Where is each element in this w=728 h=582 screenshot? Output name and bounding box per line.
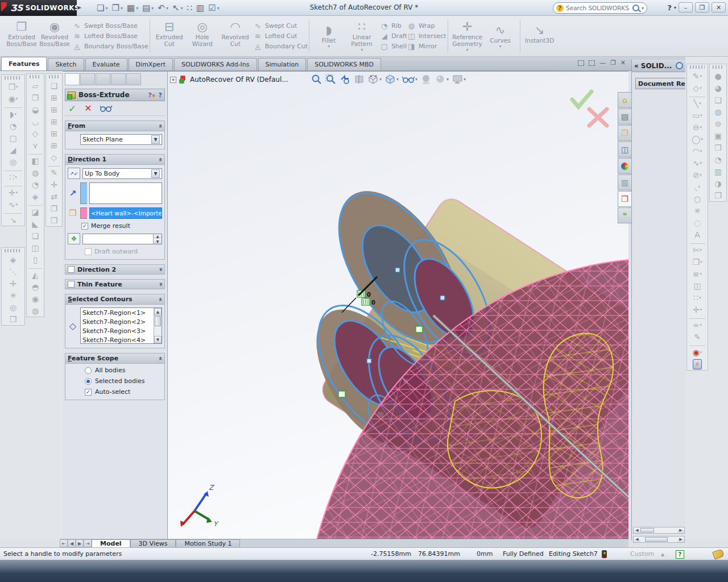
contours-listbox[interactable]: Sketch7-Region<1>Sketch7-Region<2>Sketch… <box>80 307 162 344</box>
right_toolbars.sketch.23.name[interactable]: ∞ <box>687 319 708 331</box>
left_toolbars.b.11.name[interactable] <box>27 202 44 206</box>
left_toolbars.a1.2.name[interactable] <box>2 105 24 108</box>
quick-tips-icon[interactable]: ? <box>676 550 684 559</box>
right_toolbars.sketch.8.name[interactable]: ∿ <box>687 157 708 169</box>
minimize-button[interactable]: – <box>679 2 693 13</box>
tab-item[interactable]: SOLIDWORKS MBD <box>307 58 381 70</box>
draft-button[interactable]: ❖ <box>68 233 80 244</box>
view-orientation-icon[interactable]: ▾ <box>368 74 382 85</box>
left_toolbars.b.20.name[interactable]: ◉ <box>27 293 44 305</box>
right_toolbars.render.4.name[interactable]: ⊜ <box>710 118 726 130</box>
help-caret-icon[interactable]: ▾ <box>674 5 676 10</box>
contour-list-item[interactable]: Sketch7-Region<2> <box>81 317 154 326</box>
whats-wrong-icon[interactable]: ?✱ <box>148 92 156 99</box>
display-style-icon[interactable]: ▾ <box>385 74 399 85</box>
toolbar-grip[interactable] <box>49 75 59 78</box>
search-box[interactable]: ? Search SOLIDWORKS Help ▾ <box>553 2 647 14</box>
left_toolbars.b.0.name[interactable]: ▱ <box>27 80 44 92</box>
merge-result-checkbox[interactable] <box>81 223 88 230</box>
from-group-header[interactable]: From « <box>65 121 164 131</box>
right_toolbars.sketch.6.name[interactable]: ◯ <box>687 133 708 145</box>
right_toolbars.sketch.24.name[interactable]: ✎ <box>687 331 708 343</box>
right_toolbars.sketch.17.name[interactable]: ❒ <box>687 256 708 268</box>
qat.5.name[interactable]: ↖ <box>171 3 184 13</box>
dropdown-caret-icon[interactable]: ▼ <box>151 169 160 178</box>
toolbar-grip[interactable] <box>30 75 41 78</box>
list-scrollbar[interactable]: ▲ ▼ <box>154 308 162 343</box>
qat.8.name[interactable]: ☑ <box>207 3 220 13</box>
collapse-arrows-icon[interactable]: « <box>634 62 639 70</box>
right_toolbars.sketch.26.name[interactable]: ◉ <box>687 346 708 358</box>
qat.1.name[interactable]: ❐ <box>110 3 123 13</box>
tab-item[interactable]: Evaluate <box>85 58 127 70</box>
right_toolbars.sketch.9.name[interactable]: ⊘ <box>687 169 708 181</box>
right_toolbars.render.7.name[interactable]: ◔ <box>710 153 726 165</box>
ribbon.cut_large.1.name[interactable]: ◎ Hole Wizard ▾ <box>187 20 218 52</box>
doc-close-icon[interactable]: ✕ <box>621 59 626 66</box>
tab-item[interactable]: Features <box>1 57 47 70</box>
right_toolbars.render.0.name[interactable]: ● <box>710 70 726 82</box>
ribbon.cut_small.0.name[interactable]: ∿ Swept Cut <box>254 22 308 30</box>
ribbon.feat_small2.2.name[interactable]: ◨ Mirror <box>407 42 446 51</box>
graphics-viewport[interactable]: 0 0 Z <box>168 71 628 539</box>
reverse-direction-button[interactable]: ↗↙ <box>68 168 80 179</box>
tab-item[interactable]: Sketch <box>48 58 84 70</box>
ribbon.boss_large.0.name[interactable]: ❒ Extruded Boss/Base ▾ <box>6 20 38 52</box>
task_pane.tabs.7.name[interactable]: ❝ <box>618 207 632 223</box>
left_toolbars.b.12.name[interactable]: ◪ <box>27 206 44 218</box>
scene-settings-icon[interactable]: ▾ <box>452 74 466 85</box>
draft-angle-spinner[interactable]: ▲▼ <box>82 234 162 244</box>
left_toolbars.c.11.name[interactable]: ❐ <box>46 202 62 214</box>
thin-feature-group-header[interactable]: Thin Feature « <box>65 279 165 289</box>
qat.0.name[interactable]: ❏ <box>96 3 109 13</box>
left_toolbars.a1.8.name[interactable] <box>2 168 24 171</box>
right_toolbars.sketch.27.name[interactable]: ⚡ <box>687 358 708 370</box>
direction1-group-header[interactable]: Direction 1 « <box>65 155 164 165</box>
task_pane.tabs.2.name[interactable]: ❐ <box>618 125 632 141</box>
selected-bodies-radio[interactable] <box>85 378 92 385</box>
feature-scope-header[interactable]: Feature Scope « <box>65 354 164 364</box>
task_pane.tabs.6.name[interactable]: ❒ <box>618 191 632 207</box>
contour-list-item[interactable]: Sketch7-Region<4> <box>81 335 154 344</box>
ribbon.instant.0.name[interactable]: ↘ Instant3D ▾ <box>524 23 556 49</box>
right_toolbars.sketch.11.name[interactable]: ○ <box>687 193 708 205</box>
collapse-chevron-icon[interactable]: « <box>156 157 164 161</box>
qat.4.name[interactable]: ↶ <box>156 3 169 13</box>
next-tab-icon[interactable]: ▶ <box>76 539 84 547</box>
left_toolbars.a1.3.name[interactable]: ◗ <box>2 108 24 120</box>
prev-tab-icon[interactable]: ◀ <box>68 539 76 547</box>
right_toolbars.sketch.2.name[interactable] <box>687 94 708 97</box>
left_toolbars.b.16.name[interactable]: ▯ <box>27 253 44 265</box>
left_toolbars.b.4.name[interactable]: ◇ <box>27 127 44 139</box>
left_toolbars.c.6.name[interactable]: ◇ <box>46 151 62 163</box>
right_toolbars.sketch.16.name[interactable]: ✄ <box>687 244 708 256</box>
left_toolbars.c.10.name[interactable]: ⇄ <box>46 190 62 202</box>
body-selection-field[interactable] <box>89 182 162 204</box>
document-recovery-button[interactable]: Document Rec <box>635 78 688 89</box>
right_toolbars.sketch.20.name[interactable]: ∷ <box>687 292 708 304</box>
left_toolbars.c.7.name[interactable] <box>46 163 62 167</box>
left_toolbars.b.13.name[interactable]: ◣ <box>27 218 44 230</box>
scroll-up-icon[interactable]: ▲ <box>154 308 162 315</box>
right_toolbars.sketch.15.name[interactable] <box>687 240 708 244</box>
qat.6.name[interactable]: ∷ <box>186 3 194 13</box>
right_toolbars.sketch.7.name[interactable]: ◠ <box>687 145 708 157</box>
left_toolbars.b.2.name[interactable]: ◒ <box>27 103 44 115</box>
contour-list-item[interactable]: Sketch7-Region<1> <box>81 308 154 317</box>
expand-chevron-icon[interactable]: « <box>156 268 164 271</box>
left_toolbars.c.8.name[interactable]: ✎ <box>46 167 62 178</box>
right_toolbars.sketch.3.name[interactable]: ╲ <box>687 97 708 109</box>
zoom-to-area-icon[interactable] <box>325 74 336 85</box>
task_pane.tabs.5.name[interactable]: ▥ <box>618 174 632 190</box>
left_toolbars.a1.9.name[interactable]: ∷ <box>2 171 24 183</box>
globe-search-icon[interactable] <box>676 62 683 69</box>
qat.3.name[interactable]: ▤ <box>141 3 155 13</box>
ribbon.cut_large.0.name[interactable]: ⊟ Extruded Cut ▾ <box>154 20 185 52</box>
task_pane.tabs.1.name[interactable]: ▤ <box>618 109 632 124</box>
left_toolbars.b.15.name[interactable]: ◫ <box>27 242 44 253</box>
ribbon.feat_small2.0.name[interactable]: ◍ Wrap <box>407 22 446 30</box>
right_toolbars.render.6.name[interactable]: ❐ <box>710 142 726 153</box>
right_toolbars.render.10.name[interactable]: ❒ <box>710 189 726 201</box>
right_toolbars.sketch.0.name[interactable]: ✎ <box>687 70 708 82</box>
ribbon.feat_small1.0.name[interactable]: ◔ Rib <box>380 22 407 30</box>
